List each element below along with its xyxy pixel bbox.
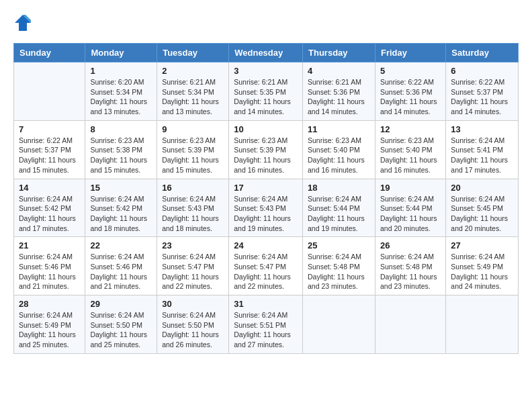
day-number: 17 [234,183,298,193]
day-number: 27 [451,240,513,250]
cell-sun-info: Sunrise: 6:24 AM Sunset: 5:49 PM Dayligh… [19,310,80,350]
weekday-header: Thursday [303,44,375,62]
cell-sun-info: Sunrise: 6:24 AM Sunset: 5:48 PM Dayligh… [308,252,370,291]
calendar-cell: 9Sunrise: 6:23 AM Sunset: 5:39 PM Daylig… [157,120,229,179]
cell-sun-info: Sunrise: 6:24 AM Sunset: 5:43 PM Dayligh… [162,194,224,234]
calendar-cell: 27Sunrise: 6:24 AM Sunset: 5:49 PM Dayli… [446,237,519,295]
weekday-header: Sunday [14,44,85,62]
weekday-header: Tuesday [157,44,229,62]
calendar-week-row: 7Sunrise: 6:22 AM Sunset: 5:37 PM Daylig… [14,120,519,179]
logo-icon [13,13,32,32]
page-header [13,13,519,32]
calendar-table: SundayMondayTuesdayWednesdayThursdayFrid… [13,43,519,354]
cell-sun-info: Sunrise: 6:24 AM Sunset: 5:47 PM Dayligh… [162,252,224,291]
day-number: 5 [380,66,441,76]
cell-sun-info: Sunrise: 6:24 AM Sunset: 5:50 PM Dayligh… [90,310,152,350]
cell-sun-info: Sunrise: 6:23 AM Sunset: 5:40 PM Dayligh… [308,136,370,175]
cell-sun-info: Sunrise: 6:24 AM Sunset: 5:41 PM Dayligh… [451,136,513,175]
weekday-header: Saturday [446,44,519,62]
calendar-cell: 17Sunrise: 6:24 AM Sunset: 5:43 PM Dayli… [229,179,303,237]
calendar-cell: 5Sunrise: 6:22 AM Sunset: 5:36 PM Daylig… [375,62,445,121]
day-number: 9 [162,124,224,134]
day-number: 22 [90,240,152,250]
cell-sun-info: Sunrise: 6:24 AM Sunset: 5:47 PM Dayligh… [234,252,298,291]
cell-sun-info: Sunrise: 6:24 AM Sunset: 5:46 PM Dayligh… [19,252,80,291]
day-number: 3 [234,66,298,76]
day-number: 8 [90,124,152,134]
cell-sun-info: Sunrise: 6:24 AM Sunset: 5:50 PM Dayligh… [162,310,224,350]
cell-sun-info: Sunrise: 6:23 AM Sunset: 5:40 PM Dayligh… [380,136,441,175]
calendar-cell: 7Sunrise: 6:22 AM Sunset: 5:37 PM Daylig… [14,120,85,179]
day-number: 28 [19,299,80,309]
cell-sun-info: Sunrise: 6:22 AM Sunset: 5:37 PM Dayligh… [19,136,80,175]
cell-sun-info: Sunrise: 6:23 AM Sunset: 5:38 PM Dayligh… [90,136,152,175]
cell-sun-info: Sunrise: 6:21 AM Sunset: 5:36 PM Dayligh… [308,77,370,117]
calendar-cell [14,62,85,121]
calendar-cell [375,295,445,354]
day-number: 14 [19,183,80,193]
calendar-cell: 20Sunrise: 6:24 AM Sunset: 5:45 PM Dayli… [446,179,519,237]
cell-sun-info: Sunrise: 6:24 AM Sunset: 5:45 PM Dayligh… [451,194,513,234]
day-number: 6 [451,66,513,76]
calendar-cell [303,295,375,354]
cell-sun-info: Sunrise: 6:24 AM Sunset: 5:48 PM Dayligh… [380,252,441,291]
calendar-cell: 30Sunrise: 6:24 AM Sunset: 5:50 PM Dayli… [157,295,229,354]
calendar-cell: 19Sunrise: 6:24 AM Sunset: 5:44 PM Dayli… [375,179,445,237]
cell-sun-info: Sunrise: 6:22 AM Sunset: 5:36 PM Dayligh… [380,77,441,117]
calendar-week-row: 14Sunrise: 6:24 AM Sunset: 5:42 PM Dayli… [14,179,519,237]
calendar-cell: 31Sunrise: 6:24 AM Sunset: 5:51 PM Dayli… [229,295,303,354]
calendar-cell: 23Sunrise: 6:24 AM Sunset: 5:47 PM Dayli… [157,237,229,295]
day-number: 2 [162,66,224,76]
cell-sun-info: Sunrise: 6:24 AM Sunset: 5:42 PM Dayligh… [19,194,80,234]
calendar-cell: 6Sunrise: 6:22 AM Sunset: 5:37 PM Daylig… [446,62,519,121]
calendar-week-row: 21Sunrise: 6:24 AM Sunset: 5:46 PM Dayli… [14,237,519,295]
cell-sun-info: Sunrise: 6:24 AM Sunset: 5:44 PM Dayligh… [380,194,441,234]
calendar-cell: 11Sunrise: 6:23 AM Sunset: 5:40 PM Dayli… [303,120,375,179]
svg-marker-0 [15,15,31,31]
calendar-cell: 1Sunrise: 6:20 AM Sunset: 5:34 PM Daylig… [85,62,157,121]
day-number: 30 [162,299,224,309]
weekday-header: Monday [85,44,157,62]
calendar-cell: 21Sunrise: 6:24 AM Sunset: 5:46 PM Dayli… [14,237,85,295]
calendar-cell: 10Sunrise: 6:23 AM Sunset: 5:39 PM Dayli… [229,120,303,179]
day-number: 7 [19,124,80,134]
calendar-cell: 2Sunrise: 6:21 AM Sunset: 5:34 PM Daylig… [157,62,229,121]
calendar-cell: 14Sunrise: 6:24 AM Sunset: 5:42 PM Dayli… [14,179,85,237]
day-number: 10 [234,124,298,134]
calendar-week-row: 28Sunrise: 6:24 AM Sunset: 5:49 PM Dayli… [14,295,519,354]
day-number: 16 [162,183,224,193]
cell-sun-info: Sunrise: 6:23 AM Sunset: 5:39 PM Dayligh… [162,136,224,175]
cell-sun-info: Sunrise: 6:24 AM Sunset: 5:49 PM Dayligh… [451,252,513,291]
day-number: 13 [451,124,513,134]
calendar-cell: 15Sunrise: 6:24 AM Sunset: 5:42 PM Dayli… [85,179,157,237]
calendar-header: SundayMondayTuesdayWednesdayThursdayFrid… [14,44,519,62]
day-number: 24 [234,240,298,250]
calendar-week-row: 1Sunrise: 6:20 AM Sunset: 5:34 PM Daylig… [14,62,519,121]
cell-sun-info: Sunrise: 6:23 AM Sunset: 5:39 PM Dayligh… [234,136,298,175]
calendar-cell: 26Sunrise: 6:24 AM Sunset: 5:48 PM Dayli… [375,237,445,295]
cell-sun-info: Sunrise: 6:20 AM Sunset: 5:34 PM Dayligh… [90,77,152,117]
calendar-cell: 24Sunrise: 6:24 AM Sunset: 5:47 PM Dayli… [229,237,303,295]
day-number: 18 [308,183,370,193]
day-number: 31 [234,299,298,309]
cell-sun-info: Sunrise: 6:24 AM Sunset: 5:46 PM Dayligh… [90,252,152,291]
weekday-row: SundayMondayTuesdayWednesdayThursdayFrid… [14,44,519,62]
cell-sun-info: Sunrise: 6:24 AM Sunset: 5:43 PM Dayligh… [234,194,298,234]
calendar-cell: 22Sunrise: 6:24 AM Sunset: 5:46 PM Dayli… [85,237,157,295]
calendar-body: 1Sunrise: 6:20 AM Sunset: 5:34 PM Daylig… [14,62,519,354]
day-number: 25 [308,240,370,250]
day-number: 23 [162,240,224,250]
calendar-cell: 4Sunrise: 6:21 AM Sunset: 5:36 PM Daylig… [303,62,375,121]
day-number: 21 [19,240,80,250]
calendar-cell: 16Sunrise: 6:24 AM Sunset: 5:43 PM Dayli… [157,179,229,237]
weekday-header: Friday [375,44,445,62]
calendar-cell: 13Sunrise: 6:24 AM Sunset: 5:41 PM Dayli… [446,120,519,179]
calendar-cell: 8Sunrise: 6:23 AM Sunset: 5:38 PM Daylig… [85,120,157,179]
calendar-cell [446,295,519,354]
cell-sun-info: Sunrise: 6:21 AM Sunset: 5:34 PM Dayligh… [162,77,224,117]
cell-sun-info: Sunrise: 6:24 AM Sunset: 5:44 PM Dayligh… [308,194,370,234]
day-number: 26 [380,240,441,250]
calendar-cell: 25Sunrise: 6:24 AM Sunset: 5:48 PM Dayli… [303,237,375,295]
weekday-header: Wednesday [229,44,303,62]
cell-sun-info: Sunrise: 6:22 AM Sunset: 5:37 PM Dayligh… [451,77,513,117]
